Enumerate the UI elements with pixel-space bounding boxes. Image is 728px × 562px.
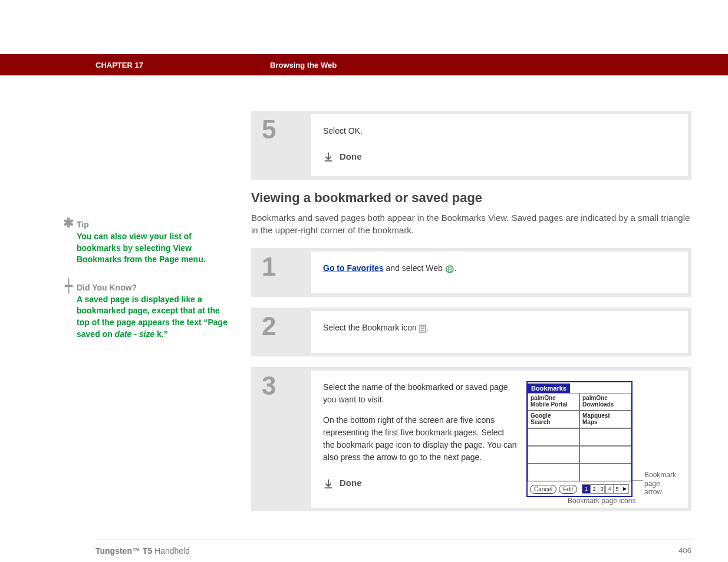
- bookmark-cell-empty: [579, 446, 631, 464]
- step5-text: Select OK.: [323, 125, 676, 137]
- step-number: 1: [262, 254, 311, 280]
- section-heading: Viewing a bookmarked or saved page: [251, 190, 691, 206]
- palm-edit-button: Edit: [559, 485, 577, 494]
- step3-p2: On the bottom right of the screen are fi…: [323, 414, 517, 464]
- step3-p1: Select the name of the bookmarked or sav…: [323, 381, 517, 406]
- done-indicator: Done: [323, 150, 362, 164]
- callout-icons: Bookmark page icons: [568, 497, 635, 505]
- page-number: 406: [678, 546, 691, 556]
- bookmark-cell: Mapquest Maps: [579, 411, 631, 428]
- step-number: 2: [262, 313, 311, 339]
- sidebar: ✱ Tip You can also view your list of boo…: [77, 111, 251, 522]
- step1-text: Go to Favorites and select Web .: [323, 262, 676, 275]
- palm-page-1: 1: [582, 485, 590, 493]
- step2-pre: Select the Bookmark icon: [323, 323, 419, 332]
- product-name: Tungsten™ T5 Handheld: [95, 546, 190, 556]
- bookmark-cell: Google Search: [528, 411, 579, 428]
- palm-title: Bookmarks: [528, 384, 570, 393]
- down-arrow-end-icon: [323, 151, 334, 162]
- step1-rest: and select Web: [384, 263, 445, 273]
- palm-bookmarks-window: Bookmarks palmOne Mobile Portal palmOne …: [526, 381, 633, 497]
- step-1: 1 Go to Favorites and select Web .: [251, 248, 691, 297]
- dyk-body: A saved page is displayed like a bookmar…: [77, 294, 233, 340]
- palm-page-5: 5: [613, 485, 621, 493]
- palm-cancel-button: Cancel: [530, 485, 556, 494]
- plus-icon: ┿: [60, 280, 77, 293]
- step1-period: .: [454, 263, 457, 273]
- bookmark-list-icon: [419, 325, 426, 333]
- step2-post: .: [426, 323, 429, 332]
- down-arrow-end-icon: [323, 478, 334, 489]
- tip-body: You can also view your list of bookmarks…: [77, 231, 233, 266]
- bookmark-cell-empty: [528, 446, 579, 464]
- asterisk-icon: ✱: [60, 217, 77, 230]
- chapter-title: Browsing the Web: [270, 61, 337, 70]
- bookmark-cell-empty: [528, 428, 579, 446]
- palm-page-4: 4: [605, 485, 613, 493]
- svg-marker-11: [623, 487, 627, 491]
- done-label: Done: [340, 150, 362, 164]
- done-indicator: Done: [323, 477, 362, 490]
- callout-arrow: Bookmark page arrow: [644, 471, 680, 496]
- step2-text: Select the Bookmark icon .: [323, 322, 676, 334]
- step-5: 5 Select OK. Done: [251, 111, 691, 180]
- bookmark-cell-empty: [579, 464, 631, 481]
- dyk-italic: date - size: [115, 329, 155, 339]
- step-3: 3 Select the name of the bookmarked or s…: [251, 367, 691, 511]
- section-intro: Bookmarks and saved pages both appear in…: [251, 211, 691, 236]
- tip-block: ✱ Tip You can also view your list of boo…: [77, 217, 233, 266]
- step-number: 5: [262, 117, 311, 143]
- palm-pager: 1 2 3 4 5: [582, 484, 629, 494]
- dyk-title: Did You Know?: [77, 283, 137, 292]
- chapter-number: CHAPTER 17: [95, 61, 270, 70]
- step-number: 3: [262, 373, 311, 399]
- bookmarks-screenshot: Bookmarks palmOne Mobile Portal palmOne …: [517, 381, 676, 497]
- chapter-band: CHAPTER 17 Browsing the Web: [0, 54, 728, 75]
- bookmark-cell-empty: [528, 464, 579, 481]
- bookmark-cell: palmOne Downloads: [579, 393, 631, 411]
- did-you-know-block: ┿ Did You Know? A saved page is displaye…: [77, 280, 233, 340]
- tip-title: Tip: [77, 220, 89, 229]
- bookmark-cell-empty: [579, 428, 631, 446]
- done-label: Done: [340, 477, 362, 490]
- go-to-favorites-link[interactable]: Go to Favorites: [323, 263, 384, 273]
- bookmark-cell: palmOne Mobile Portal: [528, 393, 579, 411]
- main-column: 5 Select OK. Done Viewing a bookmarked o…: [251, 111, 691, 522]
- palm-page-2: 2: [590, 485, 598, 493]
- dyk-post: k.”: [154, 329, 168, 339]
- step-2: 2 Select the Bookmark icon .: [251, 308, 691, 356]
- web-globe-icon: [445, 265, 454, 274]
- palm-page-arrow: [621, 485, 628, 493]
- footer: Tungsten™ T5 Handheld 406: [95, 540, 691, 562]
